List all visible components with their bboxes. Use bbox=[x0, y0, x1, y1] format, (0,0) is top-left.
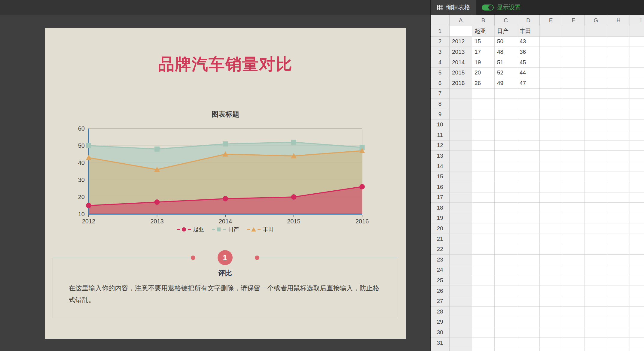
cell-D31[interactable] bbox=[517, 338, 540, 348]
cell-I19[interactable] bbox=[630, 213, 644, 224]
cell-A26[interactable] bbox=[450, 286, 472, 296]
cell-G13[interactable] bbox=[585, 151, 607, 161]
row-header-28[interactable]: 28 bbox=[431, 307, 450, 317]
cell-A9[interactable] bbox=[450, 109, 472, 120]
cell-G16[interactable] bbox=[585, 182, 607, 192]
cell-H24[interactable] bbox=[607, 265, 630, 276]
cell-B31[interactable] bbox=[472, 338, 495, 348]
row-header-5[interactable]: 5 bbox=[431, 68, 450, 78]
cell-E14[interactable] bbox=[540, 161, 562, 172]
cell-I32[interactable] bbox=[630, 348, 644, 351]
cell-E12[interactable] bbox=[540, 141, 562, 151]
cell-H12[interactable] bbox=[607, 141, 630, 151]
col-header-C[interactable]: C bbox=[495, 15, 517, 26]
cell-I6[interactable] bbox=[630, 78, 644, 89]
cell-C24[interactable] bbox=[495, 265, 517, 276]
cell-B1[interactable]: 起亚 bbox=[472, 26, 495, 37]
cell-H15[interactable] bbox=[607, 171, 630, 182]
cell-D28[interactable] bbox=[517, 307, 540, 317]
cell-D13[interactable] bbox=[517, 151, 540, 161]
cell-D29[interactable] bbox=[517, 317, 540, 328]
cell-B2[interactable]: 15 bbox=[472, 37, 495, 47]
cell-I15[interactable] bbox=[630, 171, 644, 182]
cell-F22[interactable] bbox=[562, 244, 585, 255]
cell-I11[interactable] bbox=[630, 130, 644, 141]
cell-D24[interactable] bbox=[517, 265, 540, 276]
cell-C16[interactable] bbox=[495, 182, 517, 192]
cell-H5[interactable] bbox=[607, 68, 630, 78]
cell-C25[interactable] bbox=[495, 275, 517, 286]
cell-I3[interactable] bbox=[630, 47, 644, 57]
cell-G5[interactable] bbox=[585, 68, 607, 78]
row-header-31[interactable]: 31 bbox=[431, 338, 450, 348]
cell-B3[interactable]: 17 bbox=[472, 47, 495, 57]
row-header-10[interactable]: 10 bbox=[431, 120, 450, 130]
cell-G7[interactable] bbox=[585, 89, 607, 99]
cell-H31[interactable] bbox=[607, 338, 630, 348]
cell-D11[interactable] bbox=[517, 130, 540, 141]
cell-B10[interactable] bbox=[472, 120, 495, 130]
cell-G1[interactable] bbox=[585, 26, 607, 37]
cell-D1[interactable]: 丰田 bbox=[517, 26, 540, 37]
cell-A2[interactable]: 2012 bbox=[450, 37, 472, 47]
cell-H8[interactable] bbox=[607, 99, 630, 109]
cell-I10[interactable] bbox=[630, 120, 644, 130]
cell-H7[interactable] bbox=[607, 89, 630, 99]
cell-D22[interactable] bbox=[517, 244, 540, 255]
cell-G26[interactable] bbox=[585, 286, 607, 296]
cell-C22[interactable] bbox=[495, 244, 517, 255]
cell-E1[interactable] bbox=[540, 26, 562, 37]
cell-A11[interactable] bbox=[450, 130, 472, 141]
cell-E16[interactable] bbox=[540, 182, 562, 192]
row-header-4[interactable]: 4 bbox=[431, 57, 450, 68]
cell-G21[interactable] bbox=[585, 234, 607, 244]
cell-G4[interactable] bbox=[585, 57, 607, 68]
cell-F10[interactable] bbox=[562, 120, 585, 130]
cell-G29[interactable] bbox=[585, 317, 607, 328]
cell-E23[interactable] bbox=[540, 255, 562, 265]
chart-title[interactable]: 图表标题 bbox=[45, 110, 406, 119]
cell-I5[interactable] bbox=[630, 68, 644, 78]
cell-G10[interactable] bbox=[585, 120, 607, 130]
cell-C4[interactable]: 51 bbox=[495, 57, 517, 68]
cell-F32[interactable] bbox=[562, 348, 585, 351]
row-header-3[interactable]: 3 bbox=[431, 47, 450, 57]
cell-G3[interactable] bbox=[585, 47, 607, 57]
cell-C15[interactable] bbox=[495, 171, 517, 182]
row-header-8[interactable]: 8 bbox=[431, 99, 450, 109]
cell-I1[interactable] bbox=[630, 26, 644, 37]
cell-A19[interactable] bbox=[450, 213, 472, 224]
cell-B19[interactable] bbox=[472, 213, 495, 224]
row-header-32[interactable]: 32 bbox=[431, 348, 450, 351]
cell-I25[interactable] bbox=[630, 275, 644, 286]
cell-F5[interactable] bbox=[562, 68, 585, 78]
col-header-D[interactable]: D bbox=[517, 15, 540, 26]
row-header-16[interactable]: 16 bbox=[431, 182, 450, 192]
row-header-11[interactable]: 11 bbox=[431, 130, 450, 141]
cell-H10[interactable] bbox=[607, 120, 630, 130]
cell-A15[interactable] bbox=[450, 171, 472, 182]
cell-B4[interactable]: 19 bbox=[472, 57, 495, 68]
cell-F28[interactable] bbox=[562, 307, 585, 317]
cell-B24[interactable] bbox=[472, 265, 495, 276]
row-header-21[interactable]: 21 bbox=[431, 234, 450, 244]
cell-F1[interactable] bbox=[562, 26, 585, 37]
cell-D23[interactable] bbox=[517, 255, 540, 265]
cell-H13[interactable] bbox=[607, 151, 630, 161]
row-header-15[interactable]: 15 bbox=[431, 171, 450, 182]
row-header-29[interactable]: 29 bbox=[431, 317, 450, 328]
row-header-23[interactable]: 23 bbox=[431, 255, 450, 265]
cell-F4[interactable] bbox=[562, 57, 585, 68]
cell-B14[interactable] bbox=[472, 161, 495, 172]
cell-C32[interactable] bbox=[495, 348, 517, 351]
cell-B7[interactable] bbox=[472, 89, 495, 99]
cell-A32[interactable] bbox=[450, 348, 472, 351]
cell-E29[interactable] bbox=[540, 317, 562, 328]
cell-G6[interactable] bbox=[585, 78, 607, 89]
cell-F18[interactable] bbox=[562, 203, 585, 213]
cell-D2[interactable]: 43 bbox=[517, 37, 540, 47]
cell-C12[interactable] bbox=[495, 141, 517, 151]
row-header-9[interactable]: 9 bbox=[431, 109, 450, 120]
cell-E17[interactable] bbox=[540, 192, 562, 203]
cell-A29[interactable] bbox=[450, 317, 472, 328]
